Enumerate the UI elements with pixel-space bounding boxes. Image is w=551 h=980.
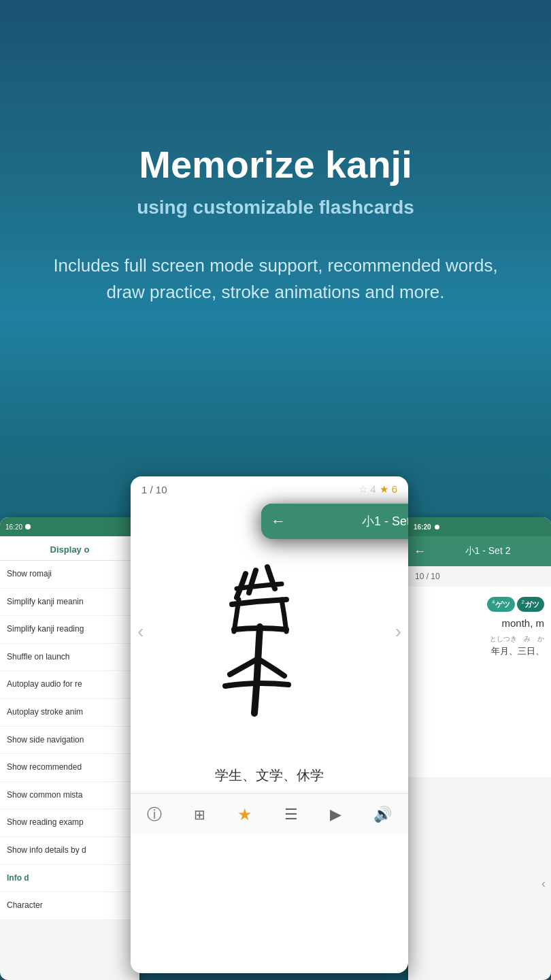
kanji-svg bbox=[181, 540, 358, 723]
right-back-icon[interactable]: ← bbox=[414, 544, 426, 559]
settings-header: Display o bbox=[0, 536, 139, 561]
badge-getsu: 4ゲツ bbox=[487, 597, 514, 612]
left-status-time: 16:20 bbox=[5, 523, 22, 531]
settings-item-reading-examples[interactable]: Show reading examp bbox=[0, 809, 139, 837]
phone-middle: 16:20 100% ← 小1 - Set 7 ☰ ⋮ 1 / 10 ☆ 4 ★ bbox=[131, 476, 408, 973]
settings-item-character[interactable]: Character bbox=[0, 892, 139, 920]
grid-nav-icon[interactable]: ⊞ bbox=[194, 806, 205, 823]
left-status-dot bbox=[25, 524, 31, 529]
vocab-badges: 4ゲツ 2ガツ bbox=[487, 597, 544, 612]
card-counter: 1 / 10 bbox=[141, 484, 167, 495]
right-nav-arrow[interactable]: ‹ bbox=[536, 871, 551, 896]
settings-item-romaji[interactable]: Show romaji bbox=[0, 561, 139, 589]
settings-item-autoplay-stroke[interactable]: Autoplay stroke anim bbox=[0, 699, 139, 727]
right-reading-large: 年月、三日、 bbox=[491, 645, 544, 657]
toolbar-title: 小1 - Set 7 bbox=[293, 513, 408, 529]
settings-item-autoplay-audio[interactable]: Autoplay audio for re bbox=[0, 671, 139, 699]
settings-item-shuffle[interactable]: Shuffle on launch bbox=[0, 644, 139, 672]
settings-item-simplify-reading[interactable]: Simplify kanji reading bbox=[0, 616, 139, 644]
right-meaning: month, m bbox=[501, 617, 544, 629]
hero-description: Includes full screen mode support, recom… bbox=[44, 252, 507, 306]
settings-item-info-d[interactable]: Info d bbox=[0, 865, 139, 893]
info-nav-icon[interactable]: ⓘ bbox=[147, 804, 162, 825]
star-filled-icon: ★ 6 bbox=[380, 483, 397, 495]
star-empty-icon: ☆ 4 bbox=[358, 483, 376, 495]
flashcard-area: ‹ bbox=[131, 502, 408, 761]
list-nav-icon[interactable]: ☰ bbox=[284, 806, 298, 823]
settings-panel: Display o Show romaji Simplify kanji mea… bbox=[0, 536, 139, 920]
right-reading-small: としつき み か bbox=[490, 634, 544, 644]
settings-item-simplify-meaning[interactable]: Simplify kanji meanin bbox=[0, 589, 139, 617]
right-card: 4ゲツ 2ガツ month, m としつき み か 年月、三日、 bbox=[408, 587, 551, 777]
bottom-nav: ⓘ ⊞ ★ ☰ ▶ 🔊 bbox=[131, 793, 408, 835]
phones-section: 16:20 Display o Show romaji Simplify kan… bbox=[0, 449, 551, 980]
right-status-bar: 16:20 bbox=[408, 517, 551, 536]
next-arrow-icon[interactable]: › bbox=[395, 621, 401, 642]
settings-item-common-mistakes[interactable]: Show common mista bbox=[0, 782, 139, 810]
prev-arrow-icon[interactable]: ‹ bbox=[137, 621, 144, 642]
right-toolbar-title: 小1 - Set 2 bbox=[430, 545, 546, 557]
hero-title: Memorize kanji bbox=[139, 144, 412, 186]
kanji-words: 学生、文学、休学 bbox=[131, 761, 408, 793]
right-toolbar: ← 小1 - Set 2 bbox=[408, 536, 551, 566]
star-nav-icon[interactable]: ★ bbox=[237, 805, 252, 824]
play-nav-icon[interactable]: ▶ bbox=[330, 806, 341, 823]
back-arrow-icon[interactable]: ← bbox=[271, 512, 286, 530]
volume-nav-icon[interactable]: 🔊 bbox=[373, 806, 392, 823]
middle-toolbar: ← 小1 - Set 7 ☰ ⋮ bbox=[261, 504, 408, 539]
phone-left: 16:20 Display o Show romaji Simplify kan… bbox=[0, 517, 139, 980]
counter-row: 1 / 10 ☆ 4 ★ 6 bbox=[131, 476, 408, 502]
hero-section: Memorize kanji using customizable flashc… bbox=[0, 0, 551, 449]
right-counter: 10 / 10 bbox=[408, 566, 551, 587]
right-status-dot bbox=[435, 525, 439, 529]
settings-item-recommended[interactable]: Show recommended bbox=[0, 754, 139, 782]
star-ratings: ☆ 4 ★ 6 bbox=[358, 483, 397, 495]
left-status-bar: 16:20 bbox=[0, 517, 139, 536]
hero-subtitle: using customizable flashcards bbox=[137, 197, 414, 218]
badge-gatsu: 2ガツ bbox=[517, 597, 544, 612]
phone-right: 16:20 ← 小1 - Set 2 10 / 10 4ゲツ 2ガツ month… bbox=[408, 517, 551, 980]
right-status-time: 16:20 bbox=[414, 523, 431, 531]
settings-item-info-details[interactable]: Show info details by d bbox=[0, 837, 139, 865]
settings-item-side-nav[interactable]: Show side navigation bbox=[0, 727, 139, 755]
